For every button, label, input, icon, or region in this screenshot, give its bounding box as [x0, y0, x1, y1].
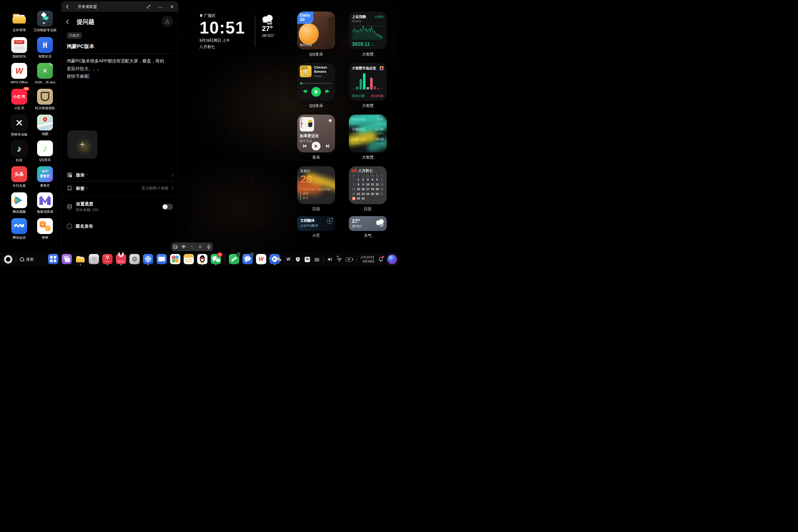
- question-type-tag[interactable]: 问题求: [67, 32, 82, 39]
- submit-post-button[interactable]: [162, 16, 173, 27]
- dock-settings-icon[interactable]: ⚙: [129, 254, 140, 264]
- desktop-icon-label: 爱奇艺: [30, 184, 60, 188]
- index-sparkline-chart: [352, 23, 384, 40]
- dock-gallery-icon[interactable]: [170, 254, 180, 264]
- play-button[interactable]: [311, 87, 321, 97]
- dock-files-icon[interactable]: [75, 254, 86, 264]
- previous-track-button[interactable]: [303, 145, 306, 148]
- tray-wps-icon[interactable]: W: [285, 256, 291, 262]
- microphone-icon[interactable]: [205, 243, 212, 250]
- progress-bar[interactable]: [300, 83, 332, 84]
- desktop-icon-qqmusic[interactable]: ♪ QQ音乐: [30, 140, 60, 162]
- celia-translate-widget[interactable]: 文档翻译 点击开始翻译 文 ✦: [297, 216, 335, 231]
- question-title-input[interactable]: 鸿蒙PC版本: [67, 43, 173, 50]
- dock-wechat-icon[interactable]: 1: [211, 254, 221, 264]
- window-minimize-button[interactable]: —: [157, 4, 163, 9]
- huawei-ring-logo[interactable]: [4, 255, 12, 263]
- dock-appgallery-icon[interactable]: [116, 254, 126, 264]
- question-body-input[interactable]: 鸿蒙PC版本很多APP都没有适配大屏，横盘，有的 是应付拉大。。。 抓快节奏呢: [67, 57, 173, 80]
- desktop-icon-biandan[interactable]: ✦✓ 便单: [30, 218, 60, 240]
- dock-trash-icon[interactable]: [89, 254, 99, 264]
- desktop-icon-label: 海泰浏览器: [30, 210, 60, 213]
- ime-language-key[interactable]: 中: [180, 243, 188, 250]
- dock-email-icon[interactable]: [156, 254, 167, 264]
- favorite-heart-icon[interactable]: ♥: [328, 117, 332, 124]
- desktop-icon-iqiyi[interactable]: iQIYI爱奇艺 爱奇艺: [30, 166, 60, 188]
- market-bar: [366, 87, 369, 90]
- desktop-icon-maps[interactable]: 地图: [30, 115, 60, 136]
- market-overview-widget[interactable]: 大智慧市场总览 跌3413家 涨1805家: [349, 63, 387, 101]
- tray-clock[interactable]: 上午10:51 9月28日: [360, 255, 375, 263]
- desktop-icon-haitai-browser[interactable]: 海泰浏览器: [30, 192, 60, 213]
- divider: [357, 256, 357, 262]
- calendar-day: 4: [370, 178, 375, 182]
- dock-multitask-icon[interactable]: [62, 254, 72, 264]
- add-attachment-button[interactable]: +: [67, 130, 97, 158]
- notifications-bell-icon[interactable]: [378, 256, 384, 262]
- location-pin-icon: [200, 14, 203, 18]
- qqmusic-daily30-widget[interactable]: Daily 30 每日30首: [297, 12, 335, 49]
- wifi-icon[interactable]: 6+: [336, 256, 342, 262]
- connected-device-badge: [237, 252, 240, 256]
- previous-track-button[interactable]: [303, 90, 307, 94]
- tray-wechat-icon[interactable]: [276, 256, 282, 262]
- calendar-day-widget[interactable]: 星期日 28 海南华铁大股东开始减持 全天: [297, 166, 335, 204]
- next-track-button[interactable]: [326, 145, 329, 148]
- desktop-icon-label: 地图: [30, 132, 60, 136]
- board-row[interactable]: 版块 *: [67, 169, 173, 180]
- desktop-icon-smartlife[interactable]: H 智慧生活: [30, 37, 60, 58]
- market-bar: [360, 79, 362, 90]
- form-title: 提问题: [77, 18, 94, 26]
- temp-range: 28°/21°: [352, 225, 384, 228]
- tray-keyboard-icon[interactable]: [314, 256, 320, 262]
- dock-phone-icon[interactable]: [229, 254, 239, 264]
- ime-symbols-key[interactable]: °‚: [189, 243, 196, 250]
- anonymous-radio[interactable]: [67, 224, 72, 229]
- bounty-toggle[interactable]: [162, 204, 173, 210]
- running-indicator: [202, 264, 203, 265]
- month-label: 9月: [352, 169, 357, 173]
- shanghai-index-widget[interactable]: 上证指数 -0.65% 000001 3828.11 ↓: [349, 12, 387, 49]
- anonymous-row[interactable]: 匿名发布: [67, 221, 173, 232]
- market-bars: [353, 73, 383, 90]
- window-titlebar[interactable]: 开发者联盟 — ✕: [62, 2, 178, 12]
- window-resize-button[interactable]: [146, 4, 151, 9]
- window-back-button[interactable]: [67, 5, 70, 8]
- dock-wps-icon[interactable]: W: [256, 254, 266, 264]
- dock-launcher-icon[interactable]: [48, 254, 58, 264]
- play-button[interactable]: [312, 142, 321, 150]
- clock-widget[interactable]: 广陵区 10:51 9月28日周日 上午 八月初七 27° 28°/21°: [200, 13, 279, 49]
- current-temp: 27°: [262, 24, 285, 33]
- back-chevron-icon: [66, 19, 71, 24]
- next-track-button[interactable]: [325, 90, 329, 94]
- user-avatar[interactable]: [387, 254, 397, 264]
- xiaohongshu-icon: 小红书: [11, 89, 27, 104]
- myhuawei-icon: HUAWEI: [11, 37, 27, 53]
- dock-messages-icon[interactable]: [243, 254, 253, 264]
- dock-browser-icon[interactable]: [143, 254, 153, 264]
- emoji-key[interactable]: ☺: [197, 243, 204, 250]
- search-button[interactable]: 搜索: [20, 253, 34, 266]
- clock-date: 9月28日周日 上午: [200, 38, 279, 43]
- qqmusic-player-widget[interactable]: CHICKENBANANA CMC ChickenBanana Crazy ..…: [297, 63, 335, 101]
- desktop-icon-kaidashi[interactable]: 铠大师虚拟机: [30, 89, 60, 110]
- stock-list-widget[interactable]: 海南华铁9.82 603300-3.25% 元隆雅图17.82 002878-2…: [349, 115, 387, 152]
- volume-icon[interactable]: [327, 256, 333, 262]
- dock-vmall-icon[interactable]: VVMALL: [102, 254, 113, 264]
- tray-expand-chevron[interactable]: ⌃: [267, 256, 273, 262]
- form-back-button[interactable]: [67, 20, 70, 23]
- battery-indicator[interactable]: 97: [346, 258, 353, 261]
- weather-widget[interactable]: 27° 28°/21°: [349, 216, 387, 231]
- handwriting-panel-icon[interactable]: [172, 243, 179, 250]
- tags-row[interactable]: 标签 * 至少选择1个标签: [67, 183, 173, 194]
- tray-security-shield-icon[interactable]: [295, 256, 301, 262]
- calendar-day: 12: [375, 183, 379, 187]
- desktop-icon-filmora[interactable]: w 万兴喵影专业版: [30, 11, 60, 32]
- tray-input-method-icon[interactable]: 中: [304, 256, 310, 262]
- dock-notes-icon[interactable]: [184, 254, 194, 264]
- dock-qq-icon[interactable]: [197, 254, 207, 264]
- huawei-music-widget[interactable]: 如果爱还在爱 ♥ 如果爱还在 雨中百合: [297, 115, 335, 152]
- desktop-icon-xlsx-file[interactable]: ✕ 2025，冲.xlsx: [30, 63, 60, 84]
- calendar-month-widget[interactable]: 9月八月初七 日一二三四五六 1234567891011121314151617…: [349, 166, 387, 204]
- window-close-button[interactable]: ✕: [169, 4, 174, 9]
